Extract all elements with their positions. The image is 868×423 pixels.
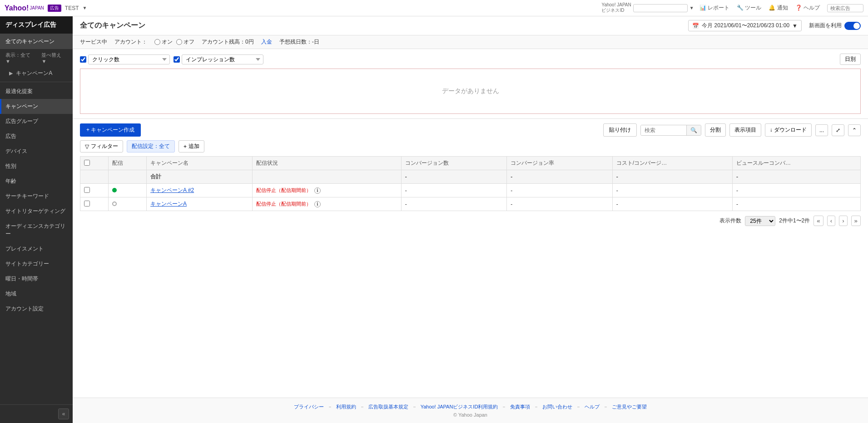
col-checkbox bbox=[80, 157, 109, 170]
chevron-down-icon2[interactable]: ▼ bbox=[689, 5, 694, 10]
business-id-input[interactable] bbox=[633, 4, 688, 12]
radio-off-label[interactable]: オフ bbox=[176, 38, 194, 46]
col-conversions[interactable]: コンバージョン数 bbox=[401, 157, 507, 170]
footer-terms-link[interactable]: 利用規約 bbox=[336, 403, 356, 410]
footer-help-link[interactable]: ヘルプ bbox=[585, 403, 600, 410]
search-input-topbar[interactable] bbox=[827, 4, 863, 12]
sidebar-item-audience-category[interactable]: オーディエンスカテゴリー bbox=[0, 219, 73, 241]
footer-contact-link[interactable]: お問い合わせ bbox=[542, 403, 572, 410]
new-screen-toggle-switch[interactable] bbox=[844, 22, 861, 30]
notification-link[interactable]: 🔔 通知 bbox=[769, 4, 788, 12]
sum-conv-rate-cell: - bbox=[507, 170, 613, 184]
sidebar-item-age[interactable]: 年齢 bbox=[0, 174, 73, 189]
metric1-checkbox[interactable] bbox=[80, 56, 86, 63]
yahoo-logo-text: Yahoo! bbox=[5, 4, 29, 12]
table-row: キャンペーンA #2 配信停止（配信期間前） ℹ - - - - bbox=[80, 184, 861, 197]
filter-button[interactable]: ▽ フィルター bbox=[80, 140, 123, 152]
sidebar-item-account-settings[interactable]: アカウント設定 bbox=[0, 301, 73, 316]
help-link[interactable]: ❓ ヘルプ bbox=[795, 4, 820, 12]
col-campaign-name[interactable]: キャンペーン名 bbox=[147, 157, 253, 170]
metric1-select[interactable]: クリック数 bbox=[88, 54, 170, 64]
tools-link[interactable]: 🔧 ツール bbox=[737, 4, 761, 12]
sidebar-item-optimization[interactable]: 最適化提案 bbox=[0, 84, 73, 99]
row2-info-icon[interactable]: ℹ bbox=[314, 201, 321, 207]
col-delivery-status[interactable]: 配信状況 bbox=[252, 157, 401, 170]
audience-category-label: オーディエンスカテゴリー bbox=[5, 222, 67, 238]
footer-disclaimer-link[interactable]: 免責事項 bbox=[510, 403, 530, 410]
select-all-checkbox[interactable] bbox=[84, 160, 90, 166]
footer-copyright: © Yahoo Japan bbox=[80, 412, 861, 418]
chevron-down-icon[interactable]: ▼ bbox=[83, 5, 87, 10]
create-campaign-button[interactable]: + キャンペーン作成 bbox=[80, 123, 141, 137]
sidebar-collapse-button[interactable]: « bbox=[58, 408, 69, 419]
table-search-input[interactable] bbox=[641, 125, 686, 135]
last-page-button[interactable]: » bbox=[851, 216, 861, 226]
sidebar-item-ad[interactable]: 広告 bbox=[0, 129, 73, 144]
sidebar-item-all-campaigns[interactable]: 全てのキャンペーン bbox=[0, 34, 73, 49]
first-page-button[interactable]: « bbox=[813, 216, 823, 226]
radio-on-label[interactable]: オン bbox=[154, 38, 173, 46]
metric2-checkbox[interactable] bbox=[174, 56, 180, 63]
row1-info-icon[interactable]: ℹ bbox=[314, 187, 321, 194]
sidebar-item-site-category[interactable]: サイトカテゴリー bbox=[0, 256, 73, 271]
campaign-a-label: キャンペーンA bbox=[16, 70, 52, 76]
split-button[interactable]: 分割 bbox=[705, 123, 726, 137]
chart-period-button[interactable]: 日別 bbox=[840, 54, 861, 65]
display-items-button[interactable]: 表示項目 bbox=[729, 123, 761, 137]
delivery-setting-button[interactable]: 配信設定：全て bbox=[127, 140, 175, 152]
sidebar-item-search-keyword[interactable]: サーチキーワード bbox=[0, 189, 73, 204]
sidebar-item-device[interactable]: デバイス bbox=[0, 144, 73, 159]
table-row: キャンペーンA 配信停止（配信期間前） ℹ - - - - bbox=[80, 197, 861, 211]
sidebar-item-region[interactable]: 地域 bbox=[0, 286, 73, 301]
campaign-label: キャンペーン bbox=[5, 103, 38, 110]
sidebar-item-site-retargeting[interactable]: サイトリターゲティング bbox=[0, 204, 73, 219]
per-page-select[interactable]: 25件 50件 100件 bbox=[745, 216, 775, 226]
row2-checkbox[interactable] bbox=[84, 201, 90, 207]
gender-label: 性別 bbox=[5, 162, 16, 170]
page-count-info: 2件中1〜2件 bbox=[779, 217, 810, 225]
row1-checkbox[interactable] bbox=[84, 187, 90, 193]
radio-off[interactable] bbox=[176, 39, 182, 45]
row1-campaign-name-link[interactable]: キャンペーンA #2 bbox=[150, 187, 194, 193]
metric1-wrapper: クリック数 bbox=[80, 54, 170, 64]
sum-conv-cell: - bbox=[401, 170, 507, 184]
sidebar-bottom: « bbox=[0, 404, 73, 423]
col-cost-conversion[interactable]: コスト/コンバージ… bbox=[612, 157, 732, 170]
date-selector[interactable]: 📅 今月 2021/06/01〜2021/06/23 01:00 ▼ bbox=[688, 20, 802, 31]
chart-section: クリック数 インプレッション数 日別 データがありません bbox=[73, 49, 868, 119]
row1-status-cell: 配信停止（配信期間前） ℹ bbox=[252, 184, 401, 197]
table-search-button[interactable]: 🔍 bbox=[686, 125, 701, 135]
col-view-conversion[interactable]: ビュースルーコンバ… bbox=[732, 157, 860, 170]
metric2-select[interactable]: インプレッション数 bbox=[182, 54, 263, 64]
add-filter-button[interactable]: + 追加 bbox=[179, 140, 204, 152]
sidebar-item-campaign[interactable]: キャンペーン bbox=[0, 99, 73, 114]
footer-feedback-link[interactable]: ご意見やご要望 bbox=[612, 403, 647, 410]
footer-business-id-link[interactable]: Yahoo! JAPANビジネスID利用規約 bbox=[421, 403, 498, 410]
sidebar-item-gender[interactable]: 性別 bbox=[0, 159, 73, 174]
footer-ad-policy-link[interactable]: 広告取扱基本規定 bbox=[368, 403, 408, 410]
site-retargeting-label: サイトリターゲティング bbox=[5, 207, 65, 215]
expand-button[interactable]: ⤢ bbox=[832, 124, 844, 136]
download-button[interactable]: ↓ ダウンロード bbox=[765, 123, 812, 137]
sidebar-item-campaign-a[interactable]: ▶ キャンペーンA bbox=[0, 67, 73, 80]
footer-privacy-link[interactable]: プライバシー bbox=[294, 403, 324, 410]
sidebar-item-day-time[interactable]: 曜日・時間帯 bbox=[0, 271, 73, 286]
row2-campaign-name-link[interactable]: キャンペーンA bbox=[150, 201, 187, 207]
report-link[interactable]: 📊 レポート bbox=[699, 4, 729, 12]
pagination: 表示件数 25件 50件 100件 2件中1〜2件 « ‹ › » bbox=[80, 216, 861, 226]
collapse-all-button[interactable]: ⌃ bbox=[848, 124, 861, 136]
ad-group-label: 広告グループ bbox=[5, 118, 38, 125]
sidebar-item-ad-group[interactable]: 広告グループ bbox=[0, 114, 73, 129]
sidebar-item-placement[interactable]: プレイスメント bbox=[0, 241, 73, 256]
row2-conv-cell: - bbox=[401, 197, 507, 211]
prev-page-button[interactable]: ‹ bbox=[827, 216, 835, 226]
paste-button[interactable]: 貼り付け bbox=[603, 123, 637, 137]
next-page-button[interactable]: › bbox=[839, 216, 847, 226]
col-delivery[interactable]: 配信 bbox=[108, 157, 146, 170]
charge-link[interactable]: 入金 bbox=[261, 38, 272, 46]
radio-on[interactable] bbox=[154, 39, 160, 45]
col-conversion-rate[interactable]: コンバージョン率 bbox=[507, 157, 613, 170]
main-layout: ディスプレイ広告 全てのキャンペーン 表示：全て ▼ 並べ替え ▼ ▶ キャンペ… bbox=[0, 16, 868, 423]
table-search-wrapper: 🔍 bbox=[640, 125, 701, 136]
more-options-button[interactable]: ... bbox=[815, 124, 828, 136]
